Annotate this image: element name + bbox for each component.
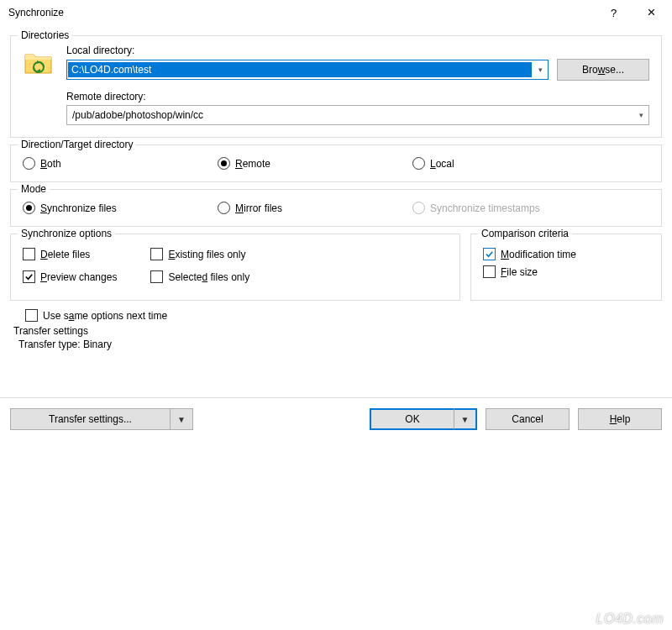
- direction-group: Direction/Target directory Both Remote L…: [10, 144, 662, 182]
- check-modification-time[interactable]: Modification time: [483, 248, 649, 260]
- help-button[interactable]: ?: [595, 1, 633, 24]
- button-bar: Transfer settings... ▼ OK ▼ Cancel Help: [0, 398, 672, 438]
- help-button[interactable]: Help: [578, 408, 662, 430]
- remote-directory-combo[interactable]: /pub/adobe/photoshop/win/cc ▾: [66, 105, 649, 125]
- sync-options-legend: Synchronize options: [18, 228, 115, 239]
- close-button[interactable]: ×: [633, 1, 670, 24]
- mode-legend: Mode: [18, 183, 50, 195]
- cancel-button[interactable]: Cancel: [486, 408, 570, 430]
- titlebar: Synchronize ? ×: [0, 0, 672, 25]
- watermark: LO4D.com: [596, 612, 664, 627]
- local-directory-combo[interactable]: C:\LO4D.com\test ▾: [66, 60, 549, 80]
- check-existing-only[interactable]: Existing files only: [150, 248, 249, 260]
- radio-mirror-files[interactable]: Mirror files: [218, 202, 412, 214]
- sync-options-group: Synchronize options Delete files Preview…: [10, 234, 460, 301]
- radio-icon: [23, 202, 35, 214]
- checkbox-icon: [25, 309, 38, 322]
- transfer-settings-heading: Transfer settings: [13, 325, 662, 337]
- chevron-down-icon[interactable]: ▾: [633, 111, 648, 119]
- check-delete-files[interactable]: Delete files: [23, 248, 117, 260]
- direction-legend: Direction/Target directory: [18, 139, 136, 150]
- ok-button[interactable]: OK ▼: [370, 408, 477, 430]
- browse-button[interactable]: Browse...: [557, 59, 649, 81]
- transfer-settings-button[interactable]: Transfer settings... ▼: [10, 408, 193, 430]
- chevron-down-icon[interactable]: ▼: [454, 408, 477, 430]
- checkbox-icon: [23, 248, 35, 260]
- radio-icon: [23, 157, 35, 170]
- radio-icon: [412, 202, 425, 214]
- check-file-size[interactable]: File size: [483, 265, 649, 278]
- radio-sync-files[interactable]: Synchronize files: [23, 202, 218, 214]
- directories-group: Directories Local directory:: [10, 35, 662, 138]
- checkbox-icon: [483, 265, 496, 278]
- checkbox-icon: [150, 248, 163, 260]
- local-directory-label: Local directory:: [66, 45, 649, 56]
- radio-icon: [218, 202, 230, 214]
- radio-icon: [412, 157, 425, 170]
- mode-group: Mode Synchronize files Mirror files Sync…: [10, 189, 662, 227]
- radio-remote[interactable]: Remote: [218, 157, 412, 170]
- remote-directory-label: Remote directory:: [66, 91, 649, 102]
- folder-sync-icon: [23, 46, 56, 80]
- chevron-down-icon[interactable]: ▼: [170, 408, 193, 430]
- checkbox-icon: [150, 270, 163, 283]
- transfer-settings-line: Transfer type: Binary: [18, 339, 662, 350]
- directories-legend: Directories: [18, 29, 72, 41]
- local-directory-value: C:\LO4D.com\test: [68, 62, 532, 77]
- comparison-legend: Comparison criteria: [478, 228, 572, 239]
- chevron-down-icon[interactable]: ▾: [533, 66, 548, 74]
- remote-directory-value: /pub/adobe/photoshop/win/cc: [67, 109, 633, 121]
- checkbox-icon: [483, 248, 496, 260]
- window-title: Synchronize: [8, 7, 595, 18]
- check-selected-only[interactable]: Selected files only: [150, 270, 249, 283]
- radio-local[interactable]: Local: [412, 157, 607, 170]
- radio-icon: [218, 157, 230, 170]
- check-preview-changes[interactable]: Preview changes: [23, 270, 117, 283]
- radio-sync-timestamps: Synchronize timestamps: [412, 202, 607, 214]
- radio-both[interactable]: Both: [23, 157, 218, 170]
- checkbox-icon: [23, 270, 35, 283]
- check-same-options[interactable]: Use same options next time: [25, 309, 662, 322]
- comparison-group: Comparison criteria Modification time Fi…: [470, 234, 662, 301]
